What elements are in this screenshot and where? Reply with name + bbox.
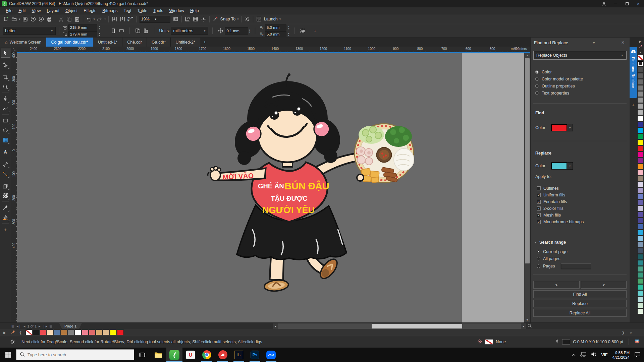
replace-button[interactable]: Replace bbox=[533, 300, 627, 307]
nudge-spinner[interactable]: ▴▾ bbox=[248, 28, 251, 33]
vertical-ruler[interactable]: 4003002001000100200300400 bbox=[11, 53, 17, 322]
taskbar-app-unikey-icon[interactable]: U bbox=[182, 348, 199, 362]
paste-button[interactable] bbox=[73, 15, 81, 23]
all-pages-button[interactable] bbox=[134, 27, 142, 35]
close-button[interactable]: × bbox=[633, 0, 644, 7]
palette-swatch-808080[interactable] bbox=[68, 329, 74, 335]
menu-file[interactable]: File bbox=[3, 8, 15, 14]
interactive-fill-tool[interactable] bbox=[1, 213, 10, 222]
document-tab-welcome-screen[interactable]: ⌂Welcome Screen bbox=[0, 38, 46, 47]
transparency-tool[interactable] bbox=[1, 191, 10, 200]
menu-window[interactable]: Window bbox=[166, 8, 187, 14]
color-eyedropper-tool[interactable] bbox=[1, 203, 10, 212]
vertical-scrollbar[interactable]: ▲ ▼ bbox=[524, 53, 530, 322]
pen-tool[interactable] bbox=[1, 94, 10, 103]
palette-swatch-998675[interactable] bbox=[637, 176, 643, 181]
palette-swatch-898989[interactable] bbox=[637, 91, 643, 97]
palette-swatch-f8d8b4[interactable] bbox=[47, 329, 53, 335]
scroll-right-button[interactable]: ▸ bbox=[521, 323, 526, 329]
open-button[interactable] bbox=[10, 15, 18, 23]
palette-swatch-29abe2[interactable] bbox=[637, 230, 643, 236]
taskbar-app-red-circle-app-icon[interactable] bbox=[215, 348, 231, 362]
palette-swatch-00aeef[interactable] bbox=[637, 127, 643, 133]
checkbox-outlines[interactable]: Outlines bbox=[537, 185, 584, 192]
find-next-button[interactable]: > bbox=[581, 281, 627, 289]
search-input[interactable] bbox=[28, 352, 121, 357]
taskbar-app-file-explorer-icon[interactable] bbox=[150, 348, 166, 362]
palette-swatch-00a651[interactable] bbox=[637, 133, 643, 139]
nudge-distance-field[interactable]: 0.1 mm bbox=[225, 27, 248, 35]
palette-swatch-2a8a8f[interactable] bbox=[637, 260, 643, 266]
bottom-palette-flyout-icon[interactable]: ▶ bbox=[3, 331, 6, 335]
landscape-button[interactable] bbox=[117, 27, 125, 35]
palette-eyedropper-icon[interactable] bbox=[637, 44, 644, 50]
radio-color-model-or-palette[interactable]: Color model or palette bbox=[535, 75, 583, 82]
menu-view[interactable]: View bbox=[29, 8, 44, 14]
drawing-canvas[interactable]: GHÉ ĂN BÚN ĐẬU TẬU ĐƯỢC NGƯỜI YÊU MỜI VÀ… bbox=[17, 53, 524, 322]
pick-tool[interactable] bbox=[1, 48, 10, 57]
taskbar-app-chrome-icon[interactable] bbox=[199, 348, 215, 362]
radio-color[interactable]: Color bbox=[535, 68, 583, 75]
document-tab-untitled-1-[interactable]: Untitled-1* bbox=[93, 38, 122, 47]
open-dropdown[interactable]: ▾ bbox=[18, 17, 21, 21]
docker-close-icon[interactable]: ✕ bbox=[620, 40, 626, 45]
palette-scroll-up-icon[interactable]: ▲ bbox=[637, 50, 644, 55]
radio-text-properties[interactable]: Text properties bbox=[535, 89, 583, 97]
duplicate-y-spinner[interactable]: ▴▾ bbox=[287, 32, 290, 37]
page-size-preset-select[interactable]: Letter▾ bbox=[3, 27, 56, 35]
show-grid-button[interactable] bbox=[192, 15, 200, 23]
add-page-icon[interactable]: ⊞ bbox=[11, 324, 14, 328]
palette-swatch-6e7fc9[interactable] bbox=[637, 194, 643, 199]
palette-swatch-f7941d[interactable] bbox=[637, 164, 643, 169]
search-range-header[interactable]: ▲Search range bbox=[534, 240, 566, 245]
options-button[interactable] bbox=[243, 15, 251, 23]
cut-button[interactable] bbox=[57, 15, 65, 23]
add-page-icon-right[interactable]: ⊞ bbox=[49, 324, 52, 328]
connector-tool[interactable] bbox=[1, 169, 10, 178]
snap-off-button[interactable] bbox=[211, 15, 219, 23]
palette-swatch-ffffff[interactable] bbox=[75, 329, 82, 335]
replace-all-button[interactable]: Replace All bbox=[533, 309, 627, 317]
palette-swatch-ef8090[interactable] bbox=[82, 329, 89, 335]
fill-color-swatch[interactable] bbox=[485, 339, 493, 345]
palette-swatch-ed1c24[interactable] bbox=[637, 145, 643, 151]
palette-swatch-399b7e[interactable] bbox=[637, 272, 643, 278]
page-width-spinner[interactable]: ▴▾ bbox=[98, 25, 101, 30]
document-tab-ga-cdr-[interactable]: Ga.cdr* bbox=[147, 38, 171, 47]
pages-range-input[interactable] bbox=[561, 263, 591, 269]
crop-tool[interactable] bbox=[1, 72, 10, 81]
palette-swatch-b6b6b6[interactable] bbox=[637, 109, 643, 115]
previous-page-icon[interactable]: ◂ bbox=[23, 324, 25, 328]
palette-swatch-4467b0[interactable] bbox=[637, 224, 643, 230]
duplicate-distance-x-field[interactable]: 5.0 mm bbox=[265, 24, 286, 31]
launch-label[interactable]: Launch bbox=[264, 17, 278, 21]
find-previous-button[interactable]: < bbox=[533, 281, 580, 289]
checkbox-monochrome-bitmaps[interactable]: ✓Monochrome bitmaps bbox=[537, 219, 584, 225]
scroll-down-button[interactable]: ▼ bbox=[524, 317, 530, 322]
zoom-level-field[interactable]: 19%▾ bbox=[140, 16, 170, 23]
status-gear-icon[interactable] bbox=[9, 338, 17, 346]
menu-help[interactable]: Help bbox=[187, 8, 202, 14]
menu-edit[interactable]: Edit bbox=[15, 8, 29, 14]
print-button[interactable] bbox=[45, 15, 53, 23]
ellipse-tool[interactable] bbox=[1, 126, 10, 135]
redo-button[interactable] bbox=[96, 15, 104, 23]
scroll-left-button[interactable]: ◂ bbox=[273, 323, 278, 329]
units-select[interactable]: millimeters▾ bbox=[171, 27, 208, 35]
menu-effects[interactable]: Effects bbox=[80, 8, 99, 14]
palette-swatch-c9c4de[interactable] bbox=[637, 206, 643, 212]
palette-swatch-1a1a1a[interactable] bbox=[33, 329, 39, 335]
palette-swatch-4ba58b[interactable] bbox=[637, 266, 643, 272]
palette-swatch-fff200[interactable] bbox=[110, 329, 117, 335]
undo-button[interactable] bbox=[85, 15, 93, 23]
find-all-button[interactable]: Find All bbox=[533, 290, 627, 298]
customize-toolbox-button[interactable]: + bbox=[1, 225, 10, 234]
cloud-open-button[interactable] bbox=[29, 15, 37, 23]
show-rulers-button[interactable] bbox=[183, 15, 192, 23]
palette-swatch-none[interactable] bbox=[25, 329, 32, 335]
palette-swatch-ee4b50[interactable] bbox=[40, 329, 46, 335]
dimension-tool[interactable] bbox=[1, 160, 10, 169]
menu-text[interactable]: Text bbox=[120, 8, 134, 14]
customize-propbar-button[interactable]: + bbox=[311, 27, 319, 35]
palette-swatch-cfe8d2[interactable] bbox=[637, 302, 643, 308]
